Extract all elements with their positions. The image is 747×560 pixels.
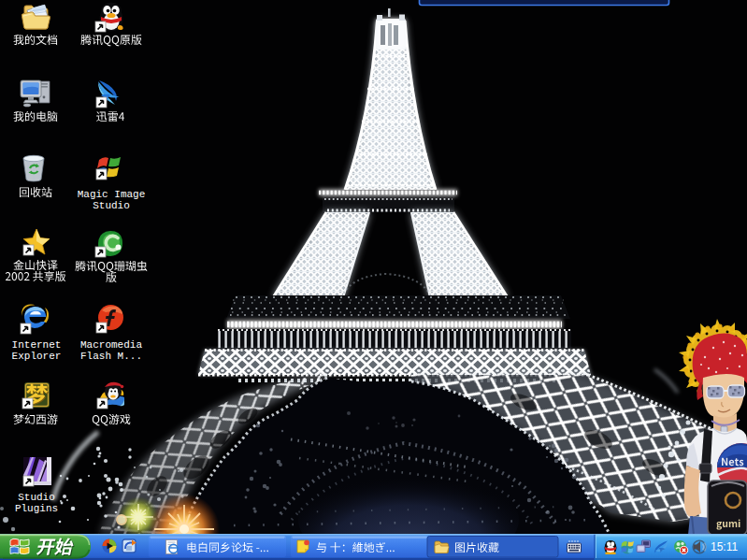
svg-text:Internet: Internet: [12, 339, 62, 351]
svg-text:Studio: Studio: [18, 492, 55, 503]
svg-text:Flash M...: Flash M...: [80, 351, 142, 362]
svg-text:15:11: 15:11: [711, 540, 738, 553]
svg-text:Plugins: Plugins: [15, 503, 58, 514]
svg-text:Magic Image: Magic Image: [78, 189, 146, 200]
svg-text:Studio: Studio: [93, 200, 130, 211]
svg-text:Explorer: Explorer: [12, 351, 62, 362]
svg-text:Macromedia: Macromedia: [80, 339, 142, 351]
